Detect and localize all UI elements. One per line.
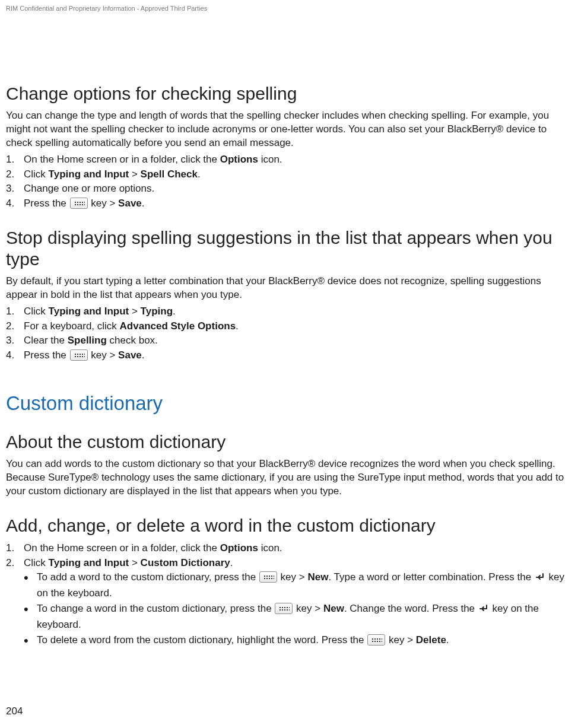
body-about-custom-dict: You can add words to the custom dictiona…: [6, 457, 572, 498]
bold-new: New: [323, 603, 344, 614]
step-item: Press the key > Save.: [6, 348, 572, 363]
bullet-item: To change a word in the custom dictionar…: [24, 602, 572, 632]
bold-save: Save: [118, 349, 142, 361]
text: key >: [278, 571, 308, 583]
text: .: [230, 557, 233, 568]
text: To add a word to the custom dictionary, …: [37, 571, 259, 583]
text: key >: [293, 603, 323, 614]
bold-typing-input: Typing and Input: [49, 557, 129, 568]
text: . Type a word or letter combination. Pre…: [328, 571, 533, 583]
menu-key-icon: [259, 571, 277, 583]
steps-add-change-delete: On the Home screen or in a folder, click…: [6, 541, 572, 570]
text: .: [236, 320, 239, 332]
steps-stop-suggestions: Click Typing and Input > Typing. For a k…: [6, 304, 572, 363]
text: On the Home screen or in a folder, click…: [24, 542, 220, 554]
step-item: Click Typing and Input > Typing.: [6, 304, 572, 319]
bold-save: Save: [118, 198, 142, 209]
text: Click: [24, 557, 49, 568]
text: On the Home screen or in a folder, click…: [24, 154, 220, 165]
text: For a keyboard, click: [24, 320, 120, 332]
step-item: Press the key > Save.: [6, 196, 572, 211]
text: Press the: [24, 349, 69, 361]
text: >: [129, 557, 140, 568]
intro-change-options: You can change the type and length of wo…: [6, 109, 572, 150]
step-item: Clear the Spelling check box.: [6, 333, 572, 348]
bold-delete: Delete: [416, 634, 446, 646]
text: Click: [24, 169, 49, 180]
text: key >: [386, 634, 416, 646]
text: .: [173, 306, 176, 317]
text: check box.: [107, 335, 158, 346]
text: .: [446, 634, 449, 646]
bullet-item: To delete a word from the custom diction…: [24, 633, 572, 647]
step-item: For a keyboard, click Advanced Style Opt…: [6, 319, 572, 333]
text: Press the: [24, 198, 69, 209]
text: >: [129, 169, 140, 180]
bold-spelling: Spelling: [68, 335, 107, 346]
steps-change-options: On the Home screen or in a folder, click…: [6, 152, 572, 211]
step-item: Change one or more options.: [6, 182, 572, 196]
bullet-item: To add a word to the custom dictionary, …: [24, 570, 572, 600]
step-item: Click Typing and Input > Custom Dictiona…: [6, 556, 572, 570]
bold-options: Options: [220, 154, 258, 165]
step-item: Click Typing and Input > Spell Check.: [6, 167, 572, 182]
text: .: [142, 349, 145, 361]
text: icon.: [258, 542, 282, 554]
bold-spell-check: Spell Check: [141, 169, 198, 180]
menu-key-icon: [367, 634, 385, 646]
text: key >: [88, 349, 119, 361]
page-number: 204: [6, 705, 23, 717]
step-item: On the Home screen or in a folder, click…: [6, 541, 572, 555]
menu-key-icon: [70, 198, 88, 209]
heading-about-custom-dict: About the custom dictionary: [6, 431, 572, 453]
text: Click: [24, 306, 49, 317]
text: .: [142, 198, 145, 209]
bold-typing-input: Typing and Input: [49, 169, 129, 180]
enter-key-icon: [535, 572, 545, 586]
heading-custom-dictionary: Custom dictionary: [6, 392, 572, 415]
text: . Change the word. Press the: [344, 603, 478, 614]
heading-stop-suggestions: Stop displaying spelling suggestions in …: [6, 227, 572, 270]
confidential-header: RIM Confidential and Proprietary Informa…: [6, 5, 572, 12]
text: Change one or more options.: [24, 183, 154, 194]
menu-key-icon: [275, 603, 293, 614]
bold-options: Options: [220, 542, 258, 554]
step-item: On the Home screen or in a folder, click…: [6, 152, 572, 167]
text: Clear the: [24, 335, 68, 346]
text: .: [198, 169, 201, 180]
bold-typing: Typing: [141, 306, 173, 317]
menu-key-icon: [70, 349, 88, 361]
text: To delete a word from the custom diction…: [37, 634, 367, 646]
text: icon.: [258, 154, 282, 165]
text: To change a word in the custom dictionar…: [37, 603, 274, 614]
bold-custom-dict: Custom Dictionary: [141, 557, 230, 568]
bold-new: New: [307, 571, 328, 583]
bold-adv-style: Advanced Style Options: [120, 320, 236, 332]
bold-typing-input: Typing and Input: [49, 306, 129, 317]
bullets-add-change-delete: To add a word to the custom dictionary, …: [24, 570, 572, 647]
heading-add-change-delete: Add, change, or delete a word in the cus…: [6, 515, 572, 536]
text: key >: [88, 198, 119, 209]
enter-key-icon: [478, 603, 489, 618]
heading-change-options: Change options for checking spelling: [6, 83, 572, 104]
text: >: [129, 306, 140, 317]
intro-stop-suggestions: By default, if you start typing a letter…: [6, 275, 572, 302]
